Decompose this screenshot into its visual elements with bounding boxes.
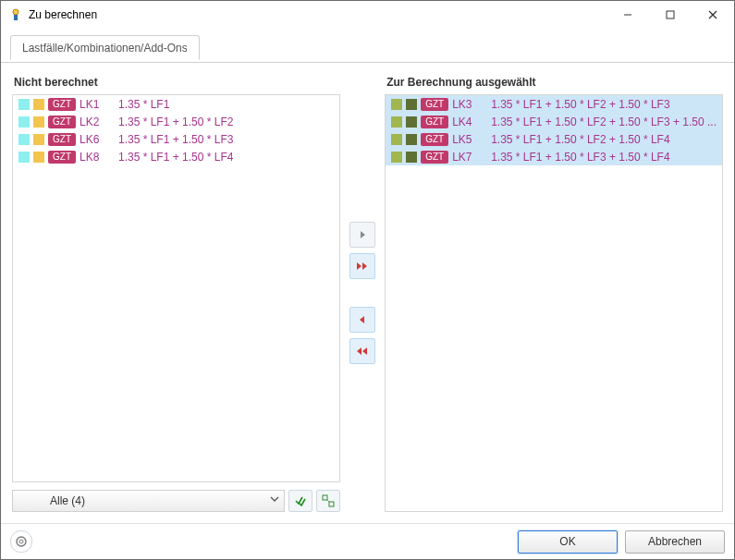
select-filter-button[interactable] xyxy=(316,490,340,512)
window-title: Zu berechnen xyxy=(29,8,606,21)
move-all-left-button[interactable] xyxy=(349,338,375,364)
list-item[interactable]: GZT LK2 1.35 * LF1 + 1.50 * LF2 xyxy=(13,113,339,130)
gzt-badge: GZT xyxy=(421,98,448,111)
load-case-code: LK1 xyxy=(80,98,115,111)
cancel-button[interactable]: Abbrechen xyxy=(625,530,725,554)
color-swatch-icon xyxy=(406,116,417,128)
dialog-body: Nicht berechnet GZT LK1 1.35 * LF1 GZT L… xyxy=(1,63,734,523)
svg-point-9 xyxy=(17,537,26,546)
svg-rect-3 xyxy=(667,11,674,18)
color-swatch-icon xyxy=(391,99,402,110)
maximize-button[interactable] xyxy=(649,1,692,29)
load-case-code: LK2 xyxy=(80,116,115,128)
color-swatch-icon xyxy=(391,116,402,128)
load-case-code: LK6 xyxy=(80,133,115,146)
left-panel-header: Nicht berechnet xyxy=(12,74,340,91)
minimize-button[interactable] xyxy=(606,1,649,29)
list-item[interactable]: GZT LK8 1.35 * LF1 + 1.50 * LF4 xyxy=(13,148,339,165)
color-swatch-icon xyxy=(18,99,30,110)
color-swatch-icon xyxy=(406,152,417,163)
gzt-badge: GZT xyxy=(48,151,76,164)
color-swatch-icon xyxy=(406,99,417,110)
svg-line-4 xyxy=(709,11,717,18)
filter-value: Alle (4) xyxy=(18,494,85,507)
svg-line-5 xyxy=(709,11,717,18)
left-list[interactable]: GZT LK1 1.35 * LF1 GZT LK2 1.35 * LF1 + … xyxy=(12,94,340,482)
transfer-buttons xyxy=(346,74,379,512)
close-button[interactable] xyxy=(692,1,734,29)
ok-button[interactable]: OK xyxy=(518,530,618,554)
load-case-code: LK4 xyxy=(452,116,487,128)
color-swatch-icon xyxy=(18,152,30,163)
left-footer: Alle (4) xyxy=(12,490,340,512)
load-case-formula: 1.35 * LF1 xyxy=(118,98,169,111)
help-button[interactable] xyxy=(10,530,32,553)
gzt-badge: GZT xyxy=(421,133,448,146)
load-case-formula: 1.35 * LF1 + 1.50 * LF3 + 1.50 * LF4 xyxy=(491,151,669,164)
svg-point-10 xyxy=(19,540,23,543)
app-icon xyxy=(8,7,23,22)
color-swatch-icon xyxy=(391,152,402,163)
right-list[interactable]: GZT LK3 1.35 * LF1 + 1.50 * LF2 + 1.50 *… xyxy=(385,94,723,512)
color-swatch-icon xyxy=(406,134,417,145)
list-item[interactable]: GZT LK1 1.35 * LF1 xyxy=(13,95,339,113)
right-panel: Zur Berechnung ausgewählt GZT LK3 1.35 *… xyxy=(385,74,723,512)
svg-point-0 xyxy=(13,9,18,15)
list-item[interactable]: GZT LK6 1.35 * LF1 + 1.50 * LF3 xyxy=(13,130,339,148)
list-item[interactable]: GZT LK4 1.35 * LF1 + 1.50 * LF2 + 1.50 *… xyxy=(386,113,722,130)
window: { "window": { "title": "Zu berechnen" },… xyxy=(0,0,735,560)
svg-rect-1 xyxy=(14,15,18,20)
left-panel: Nicht berechnet GZT LK1 1.35 * LF1 GZT L… xyxy=(12,74,340,512)
load-case-code: LK5 xyxy=(452,133,487,146)
svg-line-8 xyxy=(327,500,329,502)
title-bar: Zu berechnen xyxy=(1,1,734,29)
load-case-formula: 1.35 * LF1 + 1.50 * LF2 + 1.50 * LF3 xyxy=(491,98,669,111)
gzt-badge: GZT xyxy=(421,116,448,128)
gzt-badge: GZT xyxy=(48,133,76,146)
load-case-code: LK8 xyxy=(80,151,115,164)
tab-load-cases[interactable]: Lastfälle/Kombinationen/Add-Ons xyxy=(10,35,200,60)
gzt-badge: GZT xyxy=(421,151,448,164)
tab-strip: Lastfälle/Kombinationen/Add-Ons xyxy=(1,29,734,63)
load-case-formula: 1.35 * LF1 + 1.50 * LF2 xyxy=(118,116,233,128)
move-right-button[interactable] xyxy=(349,222,375,248)
filter-combo[interactable]: Alle (4) xyxy=(12,490,285,512)
dialog-footer: OK Abbrechen xyxy=(1,523,734,559)
gzt-badge: GZT xyxy=(48,98,76,111)
color-swatch-icon xyxy=(18,134,30,145)
load-case-formula: 1.35 * LF1 + 1.50 * LF4 xyxy=(118,151,233,164)
load-case-formula: 1.35 * LF1 + 1.50 * LF3 xyxy=(118,133,233,146)
load-case-formula: 1.35 * LF1 + 1.50 * LF2 + 1.50 * LF3 + 1… xyxy=(491,116,717,128)
move-all-right-button[interactable] xyxy=(349,253,375,279)
chevron-down-icon xyxy=(269,493,280,507)
list-item[interactable]: GZT LK3 1.35 * LF1 + 1.50 * LF2 + 1.50 *… xyxy=(386,95,722,113)
list-item[interactable]: GZT LK5 1.35 * LF1 + 1.50 * LF2 + 1.50 *… xyxy=(386,130,722,148)
gzt-badge: GZT xyxy=(48,116,76,128)
color-swatch-icon xyxy=(33,116,44,128)
color-swatch-icon xyxy=(33,152,44,163)
right-panel-header: Zur Berechnung ausgewählt xyxy=(385,74,723,91)
move-left-button[interactable] xyxy=(349,307,375,333)
load-case-code: LK7 xyxy=(452,151,487,164)
check-all-button[interactable] xyxy=(288,490,312,512)
list-item[interactable]: GZT LK7 1.35 * LF1 + 1.50 * LF3 + 1.50 *… xyxy=(386,148,722,165)
load-case-formula: 1.35 * LF1 + 1.50 * LF2 + 1.50 * LF4 xyxy=(491,133,669,146)
color-swatch-icon xyxy=(18,116,30,128)
load-case-code: LK3 xyxy=(452,98,487,111)
svg-rect-7 xyxy=(329,502,334,506)
color-swatch-icon xyxy=(391,134,402,145)
color-swatch-icon xyxy=(33,134,44,145)
color-swatch-icon xyxy=(33,99,44,110)
svg-rect-6 xyxy=(323,495,327,500)
